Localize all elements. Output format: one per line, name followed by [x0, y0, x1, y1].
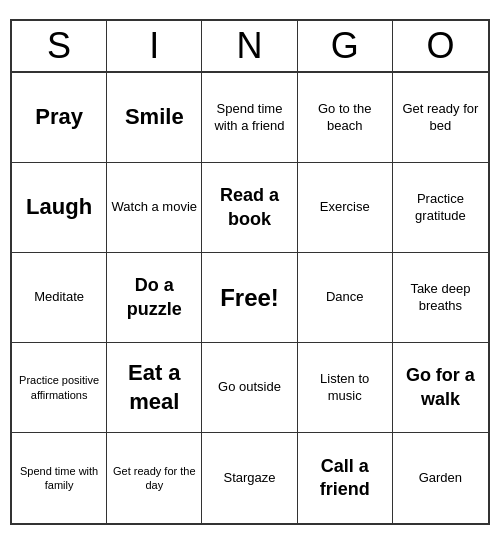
- bingo-cell: Eat a meal: [107, 343, 202, 433]
- header-letter: S: [12, 21, 107, 71]
- header-row: SINGO: [12, 21, 488, 73]
- bingo-cell: Practice gratitude: [393, 163, 488, 253]
- bingo-cell: Do a puzzle: [107, 253, 202, 343]
- bingo-cell: Get ready for the day: [107, 433, 202, 523]
- bingo-cell: Go for a walk: [393, 343, 488, 433]
- bingo-cell: Read a book: [202, 163, 297, 253]
- header-letter: N: [202, 21, 297, 71]
- bingo-cell: Exercise: [298, 163, 393, 253]
- header-letter: O: [393, 21, 488, 71]
- bingo-cell: Garden: [393, 433, 488, 523]
- bingo-cell: Stargaze: [202, 433, 297, 523]
- bingo-cell: Get ready for bed: [393, 73, 488, 163]
- bingo-cell: Go outside: [202, 343, 297, 433]
- bingo-cell: Pray: [12, 73, 107, 163]
- bingo-cell: Spend time with a friend: [202, 73, 297, 163]
- bingo-card: SINGO PraySmileSpend time with a friendG…: [10, 19, 490, 525]
- bingo-cell: Go to the beach: [298, 73, 393, 163]
- bingo-cell: Listen to music: [298, 343, 393, 433]
- bingo-cell: Take deep breaths: [393, 253, 488, 343]
- bingo-cell: Smile: [107, 73, 202, 163]
- bingo-grid: PraySmileSpend time with a friendGo to t…: [12, 73, 488, 523]
- bingo-cell: Watch a movie: [107, 163, 202, 253]
- bingo-cell: Laugh: [12, 163, 107, 253]
- header-letter: G: [298, 21, 393, 71]
- header-letter: I: [107, 21, 202, 71]
- bingo-cell: Dance: [298, 253, 393, 343]
- bingo-cell: Spend time with family: [12, 433, 107, 523]
- bingo-cell: Free!: [202, 253, 297, 343]
- bingo-cell: Call a friend: [298, 433, 393, 523]
- bingo-cell: Practice positive affirmations: [12, 343, 107, 433]
- bingo-cell: Meditate: [12, 253, 107, 343]
